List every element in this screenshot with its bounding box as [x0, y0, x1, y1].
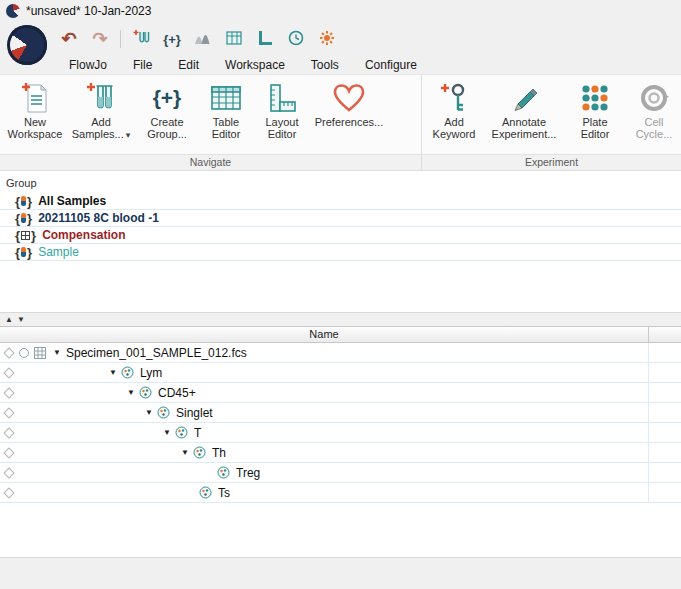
menubar: FlowJo File Edit Workspace Tools Configu…: [0, 56, 681, 74]
menu-configure[interactable]: Configure: [352, 56, 430, 74]
tree-row-sample[interactable]: ▼ Specimen_001_SAMPLE_012.fcs: [0, 343, 681, 363]
ribbon-group-navigate: New Workspace Add Samples...▾ {+}: [0, 75, 421, 170]
create-group-button[interactable]: {+} Create Group...: [138, 78, 196, 141]
population-name[interactable]: Lym: [140, 366, 162, 380]
table-editor-label-line1: Table: [212, 116, 241, 128]
tree-row-singlet[interactable]: ▼ Singlet: [0, 403, 681, 423]
settings-quick-button[interactable]: [316, 28, 338, 50]
table-quick-button[interactable]: [223, 28, 245, 50]
ribbon-group-experiment: Add Keyword Annotate Experiment...: [422, 75, 681, 170]
column-divider[interactable]: [648, 327, 649, 342]
preferences-button[interactable]: Preferences...: [313, 78, 385, 129]
annotate-experiment-button[interactable]: Annotate Experiment...: [485, 78, 563, 141]
tree-row-ts[interactable]: Ts: [0, 483, 681, 503]
group-panel: Group {} All Samples {} 20211105 8C bloo…: [0, 170, 681, 312]
sample-file-name[interactable]: Specimen_001_SAMPLE_012.fcs: [66, 346, 247, 360]
expand-triangle-icon[interactable]: ▼: [125, 389, 137, 397]
plate-editor-button[interactable]: Plate Editor: [568, 78, 622, 141]
flowjo-logo[interactable]: [7, 25, 47, 65]
population-name[interactable]: Th: [212, 446, 226, 460]
ribbon: New Workspace Add Samples...▾ {+}: [0, 74, 681, 170]
parameter-grid-icon[interactable]: [34, 347, 46, 359]
create-group-label-line1: Create: [147, 116, 187, 128]
recent-quick-button[interactable]: [285, 28, 307, 50]
layout-editor-label-line1: Layout: [265, 116, 298, 128]
table-editor-button[interactable]: Table Editor: [201, 78, 251, 141]
group-braces-icon: {}: [15, 212, 32, 225]
group-row-all-samples[interactable]: {} All Samples: [0, 193, 681, 210]
create-group-quick-button[interactable]: {+}: [161, 28, 183, 50]
gutter-diamond-icon: [3, 467, 14, 478]
population-name[interactable]: CD45+: [158, 386, 196, 400]
bottom-strip: [0, 557, 681, 589]
add-keyword-label-line1: Add: [433, 116, 476, 128]
cell-cycle-button[interactable]: Cell Cycle...: [627, 78, 681, 141]
group-row-blood[interactable]: {} 20211105 8C blood -1: [0, 210, 681, 227]
histogram-quick-button[interactable]: [192, 28, 214, 50]
gutter-diamond-icon: [3, 387, 14, 398]
undo-button[interactable]: ↶: [58, 28, 80, 50]
plate-editor-label-line2: Editor: [581, 128, 610, 140]
annotate-pencil-icon: [509, 79, 539, 116]
collapse-up-icon[interactable]: ▲: [5, 316, 13, 324]
create-group-label-line2: Group...: [147, 128, 187, 140]
preferences-heart-icon: [332, 79, 366, 116]
group-row-sample[interactable]: {} Sample: [0, 244, 681, 261]
expand-triangle-icon[interactable]: ▼: [161, 429, 173, 437]
group-row-compensation[interactable]: {} Compensation: [0, 227, 681, 244]
sync-circle-icon[interactable]: [19, 348, 29, 358]
histogram-icon: [194, 31, 212, 48]
menu-workspace[interactable]: Workspace: [212, 56, 298, 74]
preferences-label-line1: Preferences...: [315, 116, 383, 128]
menu-tools[interactable]: Tools: [298, 56, 352, 74]
menu-edit[interactable]: Edit: [165, 56, 212, 74]
tree-row-lym[interactable]: ▼ Lym: [0, 363, 681, 383]
column-line: [648, 343, 649, 503]
new-workspace-button[interactable]: New Workspace: [6, 78, 64, 141]
add-keyword-icon: [439, 79, 469, 116]
population-name[interactable]: Ts: [218, 486, 230, 500]
layout-quick-button[interactable]: [254, 28, 276, 50]
expand-triangle-icon[interactable]: ▼: [179, 449, 191, 457]
expand-triangle-icon[interactable]: ▼: [143, 409, 155, 417]
layout-editor-label-line2: Editor: [265, 128, 298, 140]
panel-splitter[interactable]: ▲ ▼: [0, 312, 681, 326]
tree-row-th[interactable]: ▼ Th: [0, 443, 681, 463]
add-samples-quick-button[interactable]: [130, 28, 152, 50]
gutter-diamond-icon: [3, 447, 14, 458]
window-title: *unsaved* 10-Jan-2023: [26, 4, 151, 18]
population-name[interactable]: Treg: [236, 466, 260, 480]
flowjo-window: *unsaved* 10-Jan-2023 ↶ ↷ {+} FlowJo Fil…: [0, 0, 681, 589]
table-editor-icon: [210, 79, 242, 116]
cell-cycle-label-line1: Cell: [636, 116, 673, 128]
app-icon: [6, 4, 20, 18]
group-name: 20211105 8C blood -1: [38, 211, 159, 225]
redo-button[interactable]: ↷: [89, 28, 111, 50]
layout-editor-button[interactable]: Layout Editor: [256, 78, 308, 141]
gutter-diamond-icon: [3, 487, 14, 498]
ribbon-band-navigate: Navigate: [0, 154, 421, 170]
add-samples-button[interactable]: Add Samples...▾: [69, 78, 133, 142]
layout-editor-icon: [267, 79, 297, 116]
collapse-down-icon[interactable]: ▼: [17, 316, 25, 324]
population-name[interactable]: Singlet: [176, 406, 213, 420]
add-keyword-button[interactable]: Add Keyword: [428, 78, 480, 141]
compensation-matrix-icon: {}: [15, 229, 36, 242]
chevron-down-icon: ▾: [126, 130, 131, 140]
population-name[interactable]: T: [194, 426, 201, 440]
tree-row-t[interactable]: ▼ T: [0, 423, 681, 443]
gate-icon: [217, 466, 230, 479]
new-workspace-label-line1: New: [8, 116, 63, 128]
table-editor-label-line2: Editor: [212, 128, 241, 140]
tree-row-treg[interactable]: Treg: [0, 463, 681, 483]
menu-flowjo[interactable]: FlowJo: [56, 56, 120, 74]
add-samples-label-line1: Add: [72, 116, 131, 128]
column-header-name[interactable]: Name: [0, 327, 648, 342]
expand-triangle-icon[interactable]: ▼: [51, 349, 63, 357]
tree-row-cd45[interactable]: ▼ CD45+: [0, 383, 681, 403]
gutter-diamond-icon: [3, 367, 14, 378]
cell-cycle-rings-icon: [638, 79, 670, 116]
quick-toolbar: ↶ ↷ {+}: [0, 22, 681, 56]
expand-triangle-icon[interactable]: ▼: [107, 369, 119, 377]
menu-file[interactable]: File: [120, 56, 165, 74]
